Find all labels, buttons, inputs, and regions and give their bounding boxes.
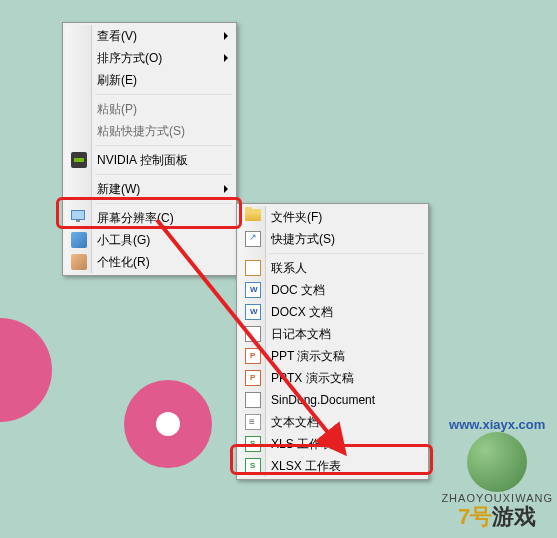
menu-item-label: XLSX 工作表: [271, 458, 341, 475]
desktop-menu-item: 粘贴快捷方式(S): [65, 120, 234, 142]
menu-item-label: 联系人: [271, 260, 307, 277]
desktop-menu-item[interactable]: 排序方式(O): [65, 47, 234, 69]
submenu-arrow-icon: [224, 54, 228, 62]
new-submenu-item[interactable]: 文件夹(F): [239, 206, 426, 228]
new-submenu-item[interactable]: XLS 工作表: [239, 433, 426, 455]
menu-item-label: 日记本文档: [271, 326, 331, 343]
menu-item-label: 屏幕分辨率(C): [97, 210, 174, 227]
menu-item-label: PPT 演示文稿: [271, 348, 345, 365]
txt-icon: [245, 414, 261, 430]
desktop-menu-item[interactable]: 屏幕分辨率(C): [65, 207, 234, 229]
menu-item-label: 粘贴(P): [97, 101, 137, 118]
bg-decoration-circle: [124, 380, 212, 468]
ppt-icon: [245, 348, 261, 364]
menu-item-label: 文件夹(F): [271, 209, 322, 226]
xlsx-icon: [245, 458, 261, 474]
watermark: www.xiayx.com ZHAOYOUXIWANG 7号游戏: [441, 417, 553, 532]
menu-item-label: PPTX 演示文稿: [271, 370, 354, 387]
new-submenu-item[interactable]: 文本文档: [239, 411, 426, 433]
menu-separator: [95, 174, 232, 175]
context-submenu-new: 文件夹(F)快捷方式(S)联系人DOC 文档DOCX 文档日记本文档PPT 演示…: [236, 203, 429, 480]
personalize-icon: [71, 254, 87, 270]
menu-item-label: 排序方式(O): [97, 50, 162, 67]
submenu-arrow-icon: [224, 32, 228, 40]
watermark-globe-icon: [467, 432, 527, 492]
folder-icon: [245, 209, 261, 221]
contact-icon: [245, 260, 261, 276]
new-submenu-item[interactable]: PPT 演示文稿: [239, 345, 426, 367]
pptx-icon: [245, 370, 261, 386]
desktop-menu-item[interactable]: 新建(W): [65, 178, 234, 200]
menu-item-label: 文本文档: [271, 414, 319, 431]
menu-item-label: 新建(W): [97, 181, 140, 198]
menu-separator: [95, 145, 232, 146]
menu-item-label: NVIDIA 控制面板: [97, 152, 188, 169]
monitor-icon: [71, 210, 85, 220]
new-submenu-item[interactable]: 日记本文档: [239, 323, 426, 345]
menu-item-label: 查看(V): [97, 28, 137, 45]
menu-item-label: SinDong.Document: [271, 393, 375, 407]
doc-icon: [245, 282, 261, 298]
menu-item-label: 粘贴快捷方式(S): [97, 123, 185, 140]
desktop-menu-item[interactable]: NVIDIA 控制面板: [65, 149, 234, 171]
new-submenu-item[interactable]: 联系人: [239, 257, 426, 279]
context-menu-desktop: 查看(V)排序方式(O)刷新(E)粘贴(P)粘贴快捷方式(S)NVIDIA 控制…: [62, 22, 237, 276]
menu-separator: [95, 203, 232, 204]
menu-item-label: 刷新(E): [97, 72, 137, 89]
diary-icon: [245, 326, 261, 342]
menu-item-label: 个性化(R): [97, 254, 150, 271]
desktop-menu-item[interactable]: 刷新(E): [65, 69, 234, 91]
desktop-menu-item: 粘贴(P): [65, 98, 234, 120]
menu-item-label: 快捷方式(S): [271, 231, 335, 248]
menu-item-label: DOC 文档: [271, 282, 325, 299]
submenu-arrow-icon: [224, 185, 228, 193]
new-submenu-item[interactable]: DOCX 文档: [239, 301, 426, 323]
bg-decoration-left: [0, 318, 52, 422]
desktop-menu-item[interactable]: 查看(V): [65, 25, 234, 47]
new-submenu-item[interactable]: 快捷方式(S): [239, 228, 426, 250]
watermark-brand: 7号游戏: [441, 502, 553, 532]
shortcut-icon: [245, 231, 261, 247]
sd-icon: [245, 392, 261, 408]
nvidia-icon: [71, 152, 87, 168]
menu-separator: [95, 94, 232, 95]
gadget-icon: [71, 232, 87, 248]
desktop-menu-item[interactable]: 小工具(G): [65, 229, 234, 251]
menu-item-label: XLS 工作表: [271, 436, 333, 453]
new-submenu-item[interactable]: XLSX 工作表: [239, 455, 426, 477]
new-submenu-item[interactable]: SinDong.Document: [239, 389, 426, 411]
menu-item-label: 小工具(G): [97, 232, 150, 249]
watermark-url: www.xiayx.com: [441, 417, 553, 432]
new-submenu-item[interactable]: DOC 文档: [239, 279, 426, 301]
desktop-menu-item[interactable]: 个性化(R): [65, 251, 234, 273]
new-submenu-item[interactable]: PPTX 演示文稿: [239, 367, 426, 389]
menu-item-label: DOCX 文档: [271, 304, 333, 321]
docx-icon: [245, 304, 261, 320]
menu-separator: [269, 253, 424, 254]
xls-icon: [245, 436, 261, 452]
